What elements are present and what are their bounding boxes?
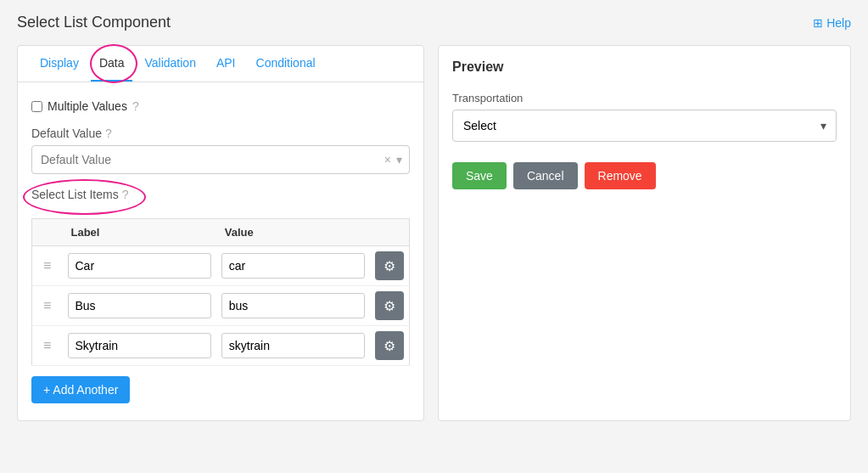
- preview-field-label: Transportation: [452, 92, 837, 104]
- multiple-values-label: Multiple Values: [48, 99, 127, 113]
- tab-data[interactable]: Data: [91, 46, 133, 82]
- delete-item-button[interactable]: ⚙: [375, 251, 404, 280]
- table-row: ≡ ⚙: [32, 326, 410, 366]
- select-list-items-label: Select List Items ?: [31, 188, 129, 201]
- tab-display[interactable]: Display: [31, 46, 87, 82]
- preview-select-wrapper: Select ▾: [452, 110, 837, 142]
- tab-data-wrapper: Data: [91, 46, 137, 82]
- settings-icon: ⚙: [384, 258, 395, 274]
- help-icon: ⊞: [813, 16, 823, 30]
- help-link[interactable]: ⊞ Help: [813, 16, 851, 30]
- page-title: Select List Component: [17, 14, 171, 31]
- delete-item-button[interactable]: ⚙: [375, 291, 404, 320]
- tabs-bar: Display Data Validation API Conditional: [18, 46, 423, 82]
- clear-icon[interactable]: ×: [384, 153, 391, 166]
- default-value-field: × ▾: [31, 145, 410, 174]
- left-panel: Display Data Validation API Conditional …: [17, 45, 424, 421]
- item-value-input[interactable]: [221, 253, 365, 279]
- preview-title: Preview: [452, 59, 837, 75]
- multiple-values-help-icon[interactable]: ?: [132, 99, 139, 113]
- default-value-actions: × ▾: [378, 153, 409, 166]
- tab-api[interactable]: API: [208, 46, 244, 82]
- save-button[interactable]: Save: [452, 162, 507, 189]
- default-value-help-icon[interactable]: ?: [105, 127, 112, 140]
- item-label-input[interactable]: [68, 253, 211, 279]
- right-panel: Preview Transportation Select ▾ Save Can…: [438, 45, 851, 421]
- item-value-input[interactable]: [221, 293, 365, 318]
- default-value-input[interactable]: [32, 146, 378, 173]
- col-value-header: Value: [216, 219, 370, 246]
- col-action-header: [370, 219, 410, 246]
- preview-select[interactable]: Select: [452, 110, 837, 142]
- table-row: ≡ ⚙: [32, 286, 410, 326]
- tab-conditional[interactable]: Conditional: [248, 46, 324, 82]
- dropdown-icon[interactable]: ▾: [396, 153, 402, 166]
- add-another-button[interactable]: + Add Another: [31, 376, 130, 403]
- tab-content: Multiple Values ? Default Value ? × ▾: [18, 82, 423, 420]
- settings-icon: ⚙: [384, 338, 395, 354]
- select-list-items-help-icon[interactable]: ?: [122, 188, 129, 201]
- action-buttons: Save Cancel Remove: [452, 162, 837, 189]
- cancel-button[interactable]: Cancel: [513, 162, 578, 189]
- drag-handle[interactable]: ≡: [37, 335, 58, 357]
- items-table: Label Value ≡ ⚙: [31, 218, 410, 366]
- settings-icon: ⚙: [384, 298, 395, 314]
- default-value-row: Default Value ? × ▾: [31, 127, 410, 174]
- drag-handle[interactable]: ≡: [37, 255, 58, 277]
- default-value-label: Default Value ?: [31, 127, 410, 140]
- delete-item-button[interactable]: ⚙: [375, 331, 404, 360]
- item-label-input[interactable]: [68, 333, 211, 358]
- item-value-input[interactable]: [221, 333, 365, 358]
- multiple-values-checkbox[interactable]: [31, 101, 42, 112]
- col-drag-header: [32, 219, 63, 246]
- item-label-input[interactable]: [68, 293, 211, 318]
- table-row: ≡ ⚙: [32, 246, 410, 286]
- multiple-values-row: Multiple Values ?: [31, 99, 410, 113]
- remove-button[interactable]: Remove: [585, 162, 656, 189]
- drag-handle[interactable]: ≡: [37, 295, 58, 317]
- col-label-header: Label: [63, 219, 216, 246]
- help-label: Help: [826, 16, 851, 30]
- tab-validation[interactable]: Validation: [136, 46, 204, 82]
